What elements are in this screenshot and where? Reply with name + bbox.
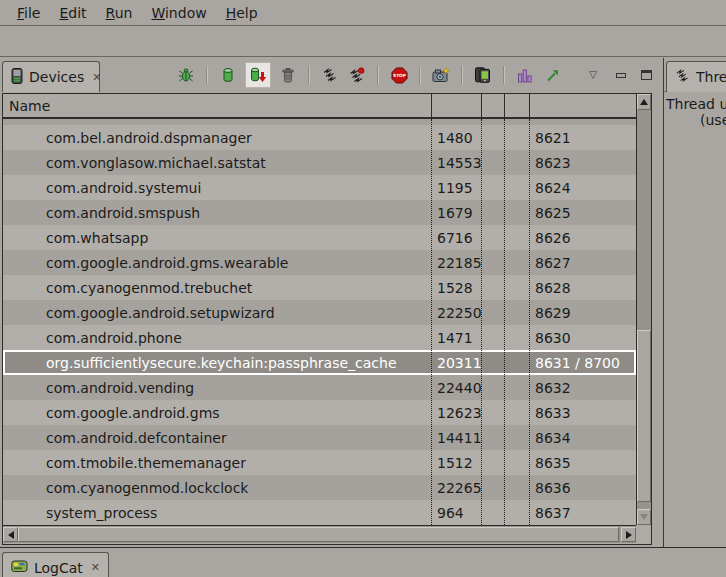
- cell-process-name: com.android.smspush: [3, 205, 200, 221]
- vertical-scroll-thumb[interactable]: [637, 330, 651, 502]
- cell-pid: 964: [437, 505, 464, 521]
- tab-threads[interactable]: Threads: [666, 61, 726, 92]
- table-row[interactable]: system_process9648637: [3, 500, 636, 525]
- table-body: com.bel.android.dspmanager14808621com.vo…: [3, 119, 636, 525]
- cell-port: 8630: [535, 330, 571, 346]
- cell-process-name: com.cyanogenmod.lockclock: [3, 480, 248, 496]
- cell-port: 8632: [535, 380, 571, 396]
- cell-port: 8627: [535, 255, 571, 271]
- scroll-down-button[interactable]: [637, 509, 651, 525]
- cell-pid: 1471: [437, 330, 473, 346]
- cell-port: 8634: [535, 430, 571, 446]
- column-header-name[interactable]: Name: [3, 98, 50, 114]
- table-row[interactable]: com.vonglasow.michael.satstat145538623: [3, 150, 636, 175]
- main-toolbar: [0, 27, 726, 57]
- update-threads-icon[interactable]: [320, 64, 340, 86]
- tab-devices-label: Devices: [29, 69, 84, 85]
- stop-process-icon[interactable]: STOP: [389, 64, 409, 86]
- toolbar-separator: [308, 66, 310, 84]
- close-icon[interactable]: ✕: [92, 71, 101, 84]
- table-row[interactable]: com.bel.android.dspmanager14808621: [3, 125, 636, 150]
- table-row[interactable]: com.google.android.gms126238633: [3, 400, 636, 425]
- cell-process-name: com.android.vending: [3, 380, 194, 396]
- table-row[interactable]: com.android.phone14718630: [3, 325, 636, 350]
- menu-item-window[interactable]: Window: [144, 2, 213, 24]
- table-row[interactable]: com.google.android.gms.wearable221858627: [3, 250, 636, 275]
- start-method-profiling-icon[interactable]: [347, 64, 367, 86]
- debug-process-icon[interactable]: [176, 64, 196, 86]
- emulator-icon[interactable]: [473, 64, 493, 86]
- threads-icon: [675, 68, 690, 86]
- cell-pid: 1480: [437, 130, 473, 146]
- maximize-icon[interactable]: [641, 70, 652, 80]
- threads-message-line1: Thread updates not enabled for selected …: [666, 96, 726, 112]
- phone-icon: [11, 68, 23, 87]
- cell-pid: 1679: [437, 205, 473, 221]
- minimize-icon[interactable]: [616, 73, 626, 78]
- cell-pid: 1195: [437, 180, 473, 196]
- horizontal-scroll-thumb[interactable]: [18, 527, 619, 542]
- cell-process-name: com.tmobile.thememanager: [3, 455, 246, 471]
- device-process-table: Name com.bel.android.dspmanager14808621c…: [2, 93, 652, 545]
- table-row[interactable]: com.android.systemui11958624: [3, 175, 636, 200]
- scroll-up-button[interactable]: [637, 94, 651, 110]
- cell-process-name: com.google.android.setupwizard: [3, 305, 275, 321]
- cause-gc-icon[interactable]: [278, 64, 298, 86]
- toolbar-separator: [206, 66, 208, 84]
- table-row-selected[interactable]: org.sufficientlysecure.keychain:passphra…: [3, 350, 636, 375]
- table-row[interactable]: com.android.vending224408632: [3, 375, 636, 400]
- table-row[interactable]: com.android.smspush16798625: [3, 200, 636, 225]
- scroll-left-button[interactable]: [3, 527, 18, 542]
- table-row[interactable]: com.cyanogenmod.trebuchet15288628: [3, 275, 636, 300]
- table-row[interactable]: com.whatsapp67168626: [3, 225, 636, 250]
- cell-pid: 20311: [437, 355, 482, 371]
- menu-item-file[interactable]: File: [10, 2, 47, 24]
- logcat-strip: LogCat ✕: [0, 547, 726, 577]
- cell-pid: 22185: [437, 255, 482, 271]
- cell-pid: 14553: [437, 155, 482, 171]
- cell-process-name: com.google.android.gms.wearable: [3, 255, 288, 271]
- cell-port: 8621: [535, 130, 571, 146]
- cell-process-name: com.google.android.gms: [3, 405, 220, 421]
- table-row[interactable]: com.google.android.setupwizard222508629: [3, 300, 636, 325]
- close-icon[interactable]: ✕: [91, 561, 100, 574]
- table-row[interactable]: com.tmobile.thememanager15128635: [3, 450, 636, 475]
- scroll-right-button[interactable]: [621, 527, 636, 542]
- logcat-icon: [11, 559, 28, 576]
- menu-item-run[interactable]: Run: [99, 2, 140, 24]
- tab-logcat[interactable]: LogCat ✕: [2, 552, 109, 577]
- horizontal-scrollbar[interactable]: [3, 525, 636, 543]
- cell-pid: 14411: [437, 430, 482, 446]
- table-header[interactable]: Name: [3, 94, 636, 119]
- start-arrow-icon[interactable]: [542, 64, 562, 86]
- tab-devices[interactable]: Devices ✕: [2, 61, 100, 92]
- tab-threads-label: Threads: [696, 69, 726, 85]
- cell-pid: 1528: [437, 280, 473, 296]
- table-row[interactable]: com.cyanogenmod.lockclock222658636: [3, 475, 636, 500]
- cell-port: 8629: [535, 305, 571, 321]
- cell-port: 8633: [535, 405, 571, 421]
- table-row[interactable]: com.android.defcontainer144118634: [3, 425, 636, 450]
- menu-item-help[interactable]: Help: [219, 2, 265, 24]
- vertical-scrollbar[interactable]: [636, 94, 651, 525]
- cell-pid: 1512: [437, 455, 473, 471]
- cell-process-name: org.sufficientlysecure.keychain:passphra…: [3, 355, 397, 371]
- devices-tabbar: Devices ✕: [0, 58, 659, 92]
- cell-pid: 22440: [437, 380, 482, 396]
- threads-view: Threads Thread updates not enabled for s…: [663, 58, 726, 547]
- cell-port: 8624: [535, 180, 571, 196]
- screen-capture-icon[interactable]: [431, 64, 451, 86]
- heap-columns-icon[interactable]: [515, 64, 535, 86]
- devices-toolbar: STOP ▽: [176, 60, 652, 90]
- cell-pid: 12623: [437, 405, 482, 421]
- menubar: FileEditRunWindowHelp: [0, 0, 726, 26]
- svg-text:STOP: STOP: [393, 73, 406, 78]
- menu-item-edit[interactable]: Edit: [52, 2, 93, 24]
- view-menu-icon[interactable]: ▽: [583, 64, 603, 86]
- tab-logcat-label: LogCat: [34, 560, 83, 576]
- dump-hprof-icon[interactable]: [245, 62, 271, 88]
- toolbar-separator: [461, 66, 463, 84]
- toolbar-separator: [419, 66, 421, 84]
- update-heap-icon[interactable]: [218, 64, 238, 86]
- toolbar-separator: [377, 66, 379, 84]
